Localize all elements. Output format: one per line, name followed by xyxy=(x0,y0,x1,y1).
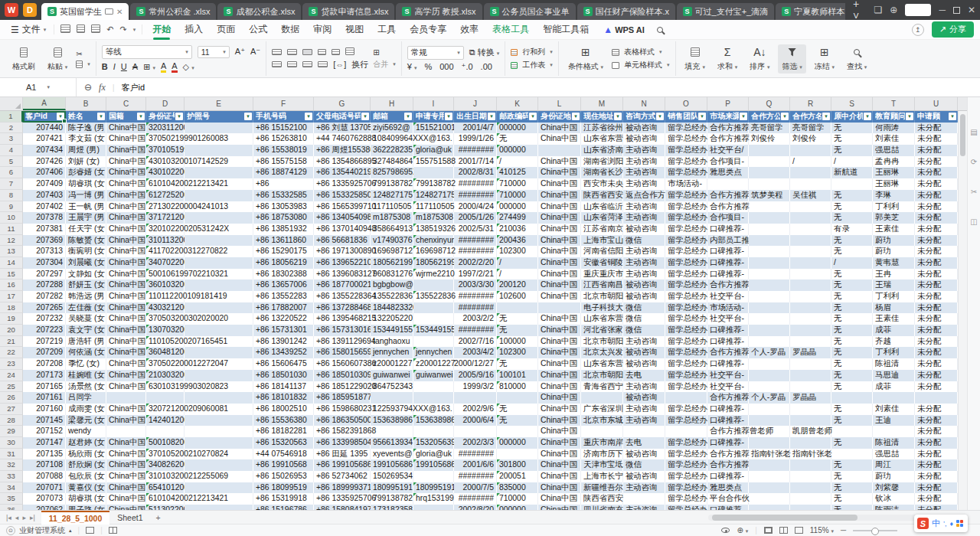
column-header-S[interactable]: S xyxy=(831,97,873,110)
row-header-15[interactable]: 15 xyxy=(0,269,23,280)
cell[interactable]: +86 1354402198 xyxy=(314,167,371,178)
cell[interactable]: China中国 xyxy=(538,224,581,235)
cell[interactable] xyxy=(185,123,253,134)
cell[interactable]: 桂婉唯 (女 xyxy=(66,370,106,381)
cell[interactable]: 207161 xyxy=(23,392,66,404)
cell[interactable]: 2002/5/31 xyxy=(454,224,497,235)
cell[interactable]: 指南针张老 xyxy=(749,449,790,460)
cell[interactable]: ######## xyxy=(454,190,497,201)
cell[interactable]: 被动咨询 xyxy=(623,392,665,404)
cell[interactable]: 北京市朝阳 xyxy=(581,336,623,348)
cell[interactable]: 主动咨询 xyxy=(623,415,665,427)
cell[interactable]: China中国 xyxy=(538,415,581,427)
cell[interactable] xyxy=(185,246,253,257)
cell[interactable]: 郭美芝 xyxy=(873,212,915,224)
cell[interactable]: 杨眉 xyxy=(873,302,915,314)
cell[interactable]: 207073 xyxy=(23,493,66,505)
cell[interactable]: 未分配 xyxy=(915,133,958,145)
cell[interactable]: +86 1355228364 xyxy=(314,291,371,302)
column-header-H[interactable]: H xyxy=(371,97,413,110)
cell[interactable]: 2002/8/20 xyxy=(454,505,497,510)
排序-button[interactable]: A↓排序 ▾ xyxy=(746,44,773,74)
cell[interactable]: 微信 xyxy=(623,313,665,325)
cell[interactable]: 2000/4/24 xyxy=(454,201,497,213)
cell[interactable]: 微信 xyxy=(623,302,665,314)
cell[interactable]: 口碑推荐- xyxy=(707,246,749,257)
cell[interactable]: China中国 xyxy=(538,246,581,257)
cell[interactable]: 207409 xyxy=(23,178,66,190)
column-header-L[interactable]: L xyxy=(538,97,581,110)
column-header-E[interactable]: E xyxy=(185,97,253,110)
cell[interactable]: 陈雨洁 xyxy=(873,505,915,510)
normal-view-icon[interactable] xyxy=(764,527,773,534)
cell[interactable]: 207173 xyxy=(23,370,66,381)
cell[interactable]: 未分配 xyxy=(915,459,958,471)
cell[interactable]: +86 13611860 xyxy=(253,235,314,247)
cell[interactable]: 微信 xyxy=(623,235,665,247)
cell[interactable]: China中国 xyxy=(106,302,146,314)
cell[interactable]: China中国 xyxy=(538,313,581,325)
cell[interactable]: 358664913 xyxy=(371,224,413,235)
cell[interactable] xyxy=(538,302,581,314)
cell[interactable]: China中国 xyxy=(538,123,581,134)
column-header-T[interactable]: T xyxy=(873,97,915,110)
cell[interactable]: 207219 xyxy=(23,336,66,348)
menu-item-数据[interactable]: 数据 xyxy=(274,21,306,38)
cell[interactable] xyxy=(185,325,253,336)
cell[interactable] xyxy=(185,404,253,415)
cell[interactable]: ######## xyxy=(454,449,497,460)
cell[interactable]: ######## xyxy=(454,325,497,336)
cell[interactable]: 左佳薇 (女 xyxy=(66,302,106,314)
cell[interactable] xyxy=(790,302,831,314)
cell[interactable]: 无 xyxy=(831,358,873,370)
row-header-12[interactable]: 12 xyxy=(0,235,23,247)
cell[interactable]: 社交平台- xyxy=(707,313,749,325)
cell[interactable]: 留学总经办 xyxy=(665,404,707,415)
cell[interactable]: 2003/4/2 xyxy=(454,347,497,358)
cell[interactable]: 155751588 xyxy=(413,156,454,168)
cell[interactable]: China中国 xyxy=(106,257,146,269)
cell[interactable]: 王晨宇 (男 xyxy=(66,212,106,224)
cell[interactable] xyxy=(790,291,831,302)
cell[interactable]: 刘俊伶 xyxy=(790,133,831,145)
cell[interactable] xyxy=(185,279,253,291)
header-cell[interactable]: 现住地址▼ xyxy=(581,111,623,123)
cell[interactable]: China中国 xyxy=(538,493,581,505)
cell[interactable]: +86 56681836 xyxy=(314,235,371,247)
cell[interactable]: wendy xyxy=(66,426,106,437)
cell[interactable]: 王瑞 xyxy=(873,279,915,291)
cell[interactable]: 2002/9/6 xyxy=(454,404,497,415)
row-header-27[interactable]: 27 xyxy=(0,404,23,415)
row-header-36[interactable]: 36 xyxy=(0,505,23,510)
decrease-decimal-icon[interactable]: .00 xyxy=(481,62,492,71)
cell[interactable]: China中国 xyxy=(538,133,581,145)
cell[interactable]: 200120 xyxy=(497,279,538,291)
cell[interactable]: 合作方推荐 xyxy=(707,190,749,201)
cell[interactable]: China中国 xyxy=(106,415,146,427)
cell[interactable] xyxy=(749,404,790,415)
cell[interactable]: 刘妍 (女) xyxy=(66,156,106,168)
cell[interactable]: 无 xyxy=(831,190,873,201)
cell[interactable]: +86 19910568 xyxy=(253,459,314,471)
header-cell[interactable]: 客户id▼ xyxy=(23,111,66,123)
cell[interactable]: 广东省深圳 xyxy=(581,404,623,415)
cell[interactable] xyxy=(790,279,831,291)
cell[interactable] xyxy=(538,145,581,156)
cell[interactable] xyxy=(749,291,790,302)
cell[interactable]: China中国 xyxy=(106,123,146,134)
cell[interactable]: 710000 xyxy=(497,178,538,190)
cell[interactable]: 500106199702210321 xyxy=(146,269,185,280)
cell[interactable]: 凯朋曾老师 xyxy=(790,426,831,437)
filter-icon[interactable]: ▼ xyxy=(572,113,580,120)
cell[interactable]: 362228235 xyxy=(371,145,413,156)
font-color-button[interactable]: A xyxy=(172,61,177,73)
cell[interactable]: China中国 xyxy=(538,167,581,178)
header-cell[interactable]: 原中介机▼ xyxy=(831,111,873,123)
筛选-button[interactable]: 筛选 ▾ xyxy=(778,44,805,74)
cell[interactable]: 207313 xyxy=(23,246,66,257)
cell[interactable]: 留学总经办 xyxy=(665,358,707,370)
cell[interactable]: 207062 xyxy=(23,505,66,510)
cell[interactable]: gloria@uk xyxy=(413,145,454,156)
cell[interactable]: guiwanwei xyxy=(371,370,413,381)
sidebar-view-icon[interactable]: ◫ xyxy=(970,217,977,226)
